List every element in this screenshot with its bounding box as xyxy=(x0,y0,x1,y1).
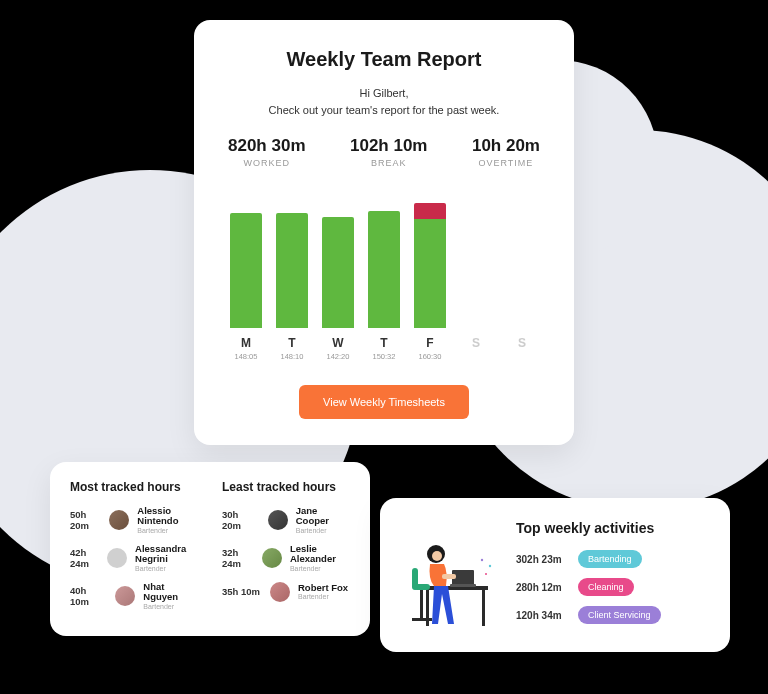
least-tracked-col: Least tracked hours 30h 20mJane CooperBa… xyxy=(222,480,350,620)
x-axis-label: M148:05 xyxy=(230,336,262,361)
svg-rect-9 xyxy=(412,568,418,590)
activity-row: 120h 34mClient Servicing xyxy=(516,606,706,624)
person-row: 35h 10mRobert FoxBartender xyxy=(222,582,350,602)
chart-bar xyxy=(276,188,308,328)
svg-rect-7 xyxy=(442,574,456,579)
weekly-bar-chart xyxy=(224,188,544,328)
person-row: 50h 20mAlessio NintendoBartender xyxy=(70,506,198,534)
weekly-report-card: Weekly Team Report Hi Gilbert, Check out… xyxy=(194,20,574,445)
stat-break: 102h 10m BREAK xyxy=(350,136,428,168)
person-name: Leslie Alexander xyxy=(290,544,350,565)
activities-title: Top weekly activities xyxy=(516,520,706,536)
activity-hours: 302h 23m xyxy=(516,554,568,565)
avatar xyxy=(270,582,290,602)
x-axis-label: S xyxy=(460,336,492,361)
avatar xyxy=(107,548,127,568)
person-role: Bartender xyxy=(296,527,350,534)
person-hours: 42h 24m xyxy=(70,547,99,569)
x-axis-label: W142:20 xyxy=(322,336,354,361)
least-tracked-title: Least tracked hours xyxy=(222,480,350,494)
svg-point-6 xyxy=(432,551,442,561)
person-role: Bartender xyxy=(290,565,350,572)
person-name: Alessandra Negrini xyxy=(135,544,198,565)
chart-bar xyxy=(322,188,354,328)
avatar xyxy=(115,586,135,606)
person-role: Bartender xyxy=(143,603,198,610)
activity-row: 302h 23mBartending xyxy=(516,550,706,568)
most-tracked-title: Most tracked hours xyxy=(70,480,198,494)
svg-rect-2 xyxy=(482,590,485,626)
activity-pill: Bartending xyxy=(578,550,642,568)
avatar xyxy=(262,548,282,568)
person-name: Alessio Nintendo xyxy=(137,506,198,527)
top-activities-card: Top weekly activities 302h 23mBartending… xyxy=(380,498,730,652)
report-title: Weekly Team Report xyxy=(224,48,544,71)
x-axis-label: T150:32 xyxy=(368,336,400,361)
chart-bar xyxy=(230,188,262,328)
greeting: Hi Gilbert, Check out your team's report… xyxy=(224,85,544,118)
view-timesheets-button[interactable]: View Weekly Timesheets xyxy=(299,385,469,419)
person-hours: 35h 10m xyxy=(222,586,262,597)
svg-rect-11 xyxy=(412,618,432,621)
x-axis-label: F160:30 xyxy=(414,336,446,361)
activity-pill: Cleaning xyxy=(578,578,634,596)
person-name: Nhat Nguyen xyxy=(143,582,198,603)
person-row: 30h 20mJane CooperBartender xyxy=(222,506,350,534)
person-hours: 30h 20m xyxy=(222,509,260,531)
person-row: 42h 24mAlessandra NegriniBartender xyxy=(70,544,198,572)
person-hours: 50h 20m xyxy=(70,509,101,531)
svg-point-14 xyxy=(485,573,487,575)
svg-point-13 xyxy=(489,565,491,567)
person-row: 32h 24mLeslie AlexanderBartender xyxy=(222,544,350,572)
x-axis-label: S xyxy=(506,336,538,361)
stat-overtime: 10h 20m OVERTIME xyxy=(472,136,540,168)
person-hours: 32h 24m xyxy=(222,547,254,569)
person-name: Jane Cooper xyxy=(296,506,350,527)
chart-bar xyxy=(460,188,492,328)
svg-rect-4 xyxy=(450,584,476,587)
chart-x-axis: M148:05T148:10W142:20T150:32F160:30SS xyxy=(224,336,544,361)
chart-bar xyxy=(414,188,446,328)
chart-bar xyxy=(368,188,400,328)
person-row: 40h 10mNhat NguyenBartender xyxy=(70,582,198,610)
avatar xyxy=(109,510,129,530)
activity-hours: 120h 34m xyxy=(516,610,568,621)
stat-worked: 820h 30m WORKED xyxy=(228,136,306,168)
x-axis-label: T148:10 xyxy=(276,336,308,361)
stats-row: 820h 30m WORKED 102h 10m BREAK 10h 20m O… xyxy=(224,136,544,168)
person-role: Bartender xyxy=(137,527,198,534)
most-tracked-col: Most tracked hours 50h 20mAlessio Ninten… xyxy=(70,480,198,620)
avatar xyxy=(268,510,288,530)
person-at-desk-illustration xyxy=(404,524,504,634)
svg-point-12 xyxy=(481,559,483,561)
activity-hours: 280h 12m xyxy=(516,582,568,593)
tracked-hours-card: Most tracked hours 50h 20mAlessio Ninten… xyxy=(50,462,370,636)
person-hours: 40h 10m xyxy=(70,585,107,607)
chart-bar xyxy=(506,188,538,328)
person-name: Robert Fox xyxy=(298,583,348,593)
svg-rect-10 xyxy=(420,590,423,620)
person-role: Bartender xyxy=(135,565,198,572)
activity-pill: Client Servicing xyxy=(578,606,661,624)
activity-row: 280h 12mCleaning xyxy=(516,578,706,596)
person-role: Bartender xyxy=(298,593,348,600)
